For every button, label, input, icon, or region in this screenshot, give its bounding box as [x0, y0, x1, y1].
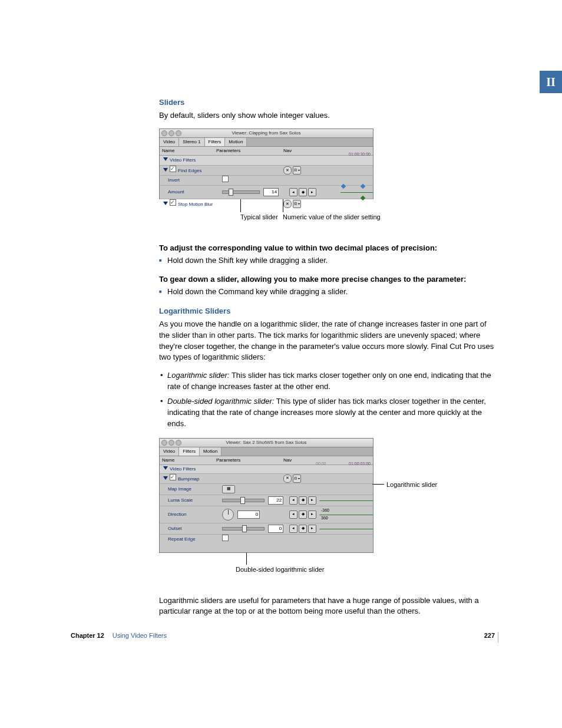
image-well[interactable]: ▦	[222, 485, 235, 493]
filter-enable-checkbox[interactable]	[170, 166, 176, 172]
next-keyframe-button[interactable]: ▸	[308, 496, 316, 505]
instruction-precision: To adjust the corresponding value to wit…	[159, 243, 495, 254]
callout-numeric-value: Numeric value of the slider setting	[283, 213, 381, 222]
chapter-number: Chapter 12	[71, 631, 104, 641]
step-shift-drag: Hold down the Shift key while dragging a…	[159, 255, 495, 266]
window-title: Viewer: Sax 2 ShotWS from Sax Solos	[160, 439, 373, 447]
tab-video[interactable]: Video	[160, 138, 179, 146]
row-video-filters[interactable]: Video Filters	[160, 466, 214, 473]
amount-slider[interactable]	[222, 190, 260, 194]
outset-slider[interactable]	[222, 527, 265, 531]
direction-dial[interactable]	[222, 509, 234, 521]
figure-2: Viewer: Sax 2 ShotWS from Sax Solos Vide…	[159, 438, 495, 582]
tab-motion[interactable]: Motion	[225, 138, 247, 146]
window-title: Viewer: Clapping from Sax Solos	[160, 129, 373, 137]
options-button[interactable]: ⛭▾	[293, 166, 301, 174]
para-log-intro: As you move the handle on a logarithmic …	[159, 319, 495, 363]
callout-logarithmic-slider: Logarithmic slider	[386, 480, 437, 490]
row-luma-scale: Luma Scale	[160, 497, 220, 504]
viewer-window-1: Viewer: Clapping from Sax Solos Video St…	[159, 129, 373, 199]
heading-log-sliders: Logarithmic Sliders	[159, 306, 495, 317]
prev-keyframe-button[interactable]: ◂	[289, 188, 297, 196]
prev-keyframe-button[interactable]: ◂	[289, 496, 297, 505]
row-invert: Invert	[160, 177, 220, 184]
instruction-gear-down: To gear down a slider, allowing you to m…	[159, 274, 495, 285]
step-command-drag: Hold down the Command key while dragging…	[159, 286, 495, 298]
options-button[interactable]: ⛭▾	[293, 475, 301, 483]
tab-video[interactable]: Video	[160, 447, 179, 456]
row-bumpmap[interactable]: Bumpmap	[160, 474, 214, 483]
col-name: Name	[160, 147, 214, 154]
figure-1: Viewer: Clapping from Sax Solos Video St…	[159, 129, 495, 230]
tab-motion[interactable]: Motion	[200, 447, 222, 456]
part-tab: II	[540, 71, 562, 93]
row-find-edges[interactable]: Find Edges	[160, 166, 214, 174]
def-double-sided-slider: Double-sided logarithmic slider: This ty…	[167, 396, 495, 430]
para-intro: By default, sliders only show whole inte…	[159, 110, 495, 121]
next-keyframe-button[interactable]: ▸	[308, 510, 316, 519]
filter-enable-checkbox[interactable]	[170, 474, 176, 480]
page-footer: Chapter 12 Using Video Filters 227	[71, 631, 495, 641]
window-controls[interactable]	[161, 130, 181, 136]
col-parameters: Parameters	[214, 457, 281, 464]
add-keyframe-button[interactable]: ◆	[299, 188, 307, 196]
invert-checkbox[interactable]	[222, 176, 229, 182]
page-content: Sliders By default, sliders only show wh…	[159, 97, 495, 624]
outset-value[interactable]: 0	[268, 525, 283, 533]
prev-keyframe-button[interactable]: ◂	[289, 525, 297, 533]
prev-keyframe-button[interactable]: ◂	[289, 510, 297, 519]
row-map-image: Map Image	[160, 486, 220, 493]
viewer-window-2: Viewer: Sax 2 ShotWS from Sax Solos Vide…	[159, 438, 373, 553]
col-parameters: Parameters	[214, 147, 281, 154]
row-amount: Amount	[160, 189, 220, 196]
heading-sliders: Sliders	[159, 97, 495, 108]
repeat-edge-checkbox[interactable]	[222, 535, 229, 541]
reset-button[interactable]: ✕	[283, 166, 292, 174]
tab-filters[interactable]: Filters	[205, 138, 226, 146]
def-logarithmic-slider: Logarithmic slider: This slider has tick…	[167, 370, 495, 393]
amount-value[interactable]: 14	[263, 188, 279, 196]
add-keyframe-button[interactable]: ◆	[299, 496, 307, 505]
page-number: 227	[484, 631, 495, 641]
luma-scale-value[interactable]: 22	[268, 496, 283, 505]
add-keyframe-button[interactable]: ◆	[299, 525, 307, 533]
viewer-tabs[interactable]: Video Stereo 1 Filters Motion	[160, 138, 373, 147]
next-keyframe-button[interactable]: ▸	[308, 188, 316, 196]
col-nav: Nav	[281, 147, 313, 154]
callout-typical-slider: Typical slider	[240, 213, 278, 222]
para-log-summary: Logarithmic sliders are useful for param…	[159, 595, 495, 618]
reset-button[interactable]: ✕	[283, 475, 292, 483]
col-name: Name	[160, 457, 214, 464]
chapter-title: Using Video Filters	[113, 631, 167, 641]
row-repeat-edge: Repeat Edge	[160, 536, 220, 543]
luma-scale-slider[interactable]	[222, 499, 265, 502]
tab-stereo1[interactable]: Stereo 1	[179, 138, 204, 146]
col-nav: Nav	[281, 457, 313, 464]
row-video-filters[interactable]: Video Filters	[160, 157, 214, 164]
viewer-tabs[interactable]: Video Filters Motion	[160, 447, 373, 456]
tab-filters[interactable]: Filters	[179, 447, 200, 456]
row-direction: Direction	[160, 511, 220, 518]
next-keyframe-button[interactable]: ▸	[308, 525, 316, 533]
add-keyframe-button[interactable]: ◆	[299, 510, 307, 519]
callout-double-sided-slider: Double-sided logarithmic slider	[236, 566, 324, 574]
window-controls[interactable]	[161, 440, 181, 446]
row-outset: Outset	[160, 525, 220, 532]
direction-value[interactable]: 0	[237, 510, 260, 519]
